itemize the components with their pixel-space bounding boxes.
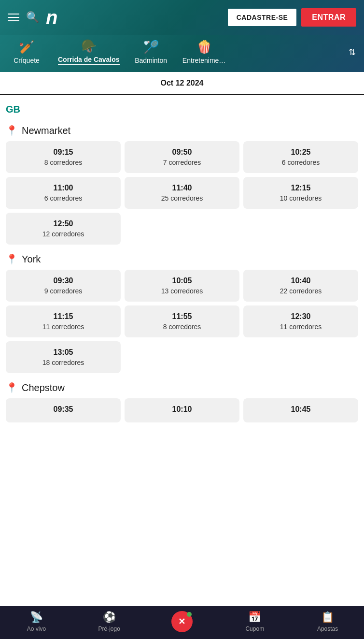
venue-chepstow: 📍 Chepstow [6,376,358,398]
race-card[interactable]: 10:45 [243,398,358,422]
venue-name-newmarket: Newmarket [22,125,70,136]
cricket-label: Críquete [14,57,40,64]
race-time: 11:15 [11,312,116,321]
nav-item-pre-jogo[interactable]: ⚽ Pré-jogo [92,611,126,632]
ao-vivo-icon: 📡 [30,611,43,624]
race-card[interactable]: 12:30 11 corredores [243,305,358,337]
race-card[interactable]: 09:15 8 corredores [6,141,121,173]
race-runners: 10 corredores [248,194,353,202]
logo: n [46,8,57,27]
race-runners: 13 corredores [129,287,235,295]
race-runners: 8 corredores [129,323,235,331]
race-time: 10:05 [129,276,235,285]
horse-racing-label: Corrida de Cavalos [58,56,120,65]
race-runners: 8 corredores [11,159,116,166]
race-card[interactable]: 13:05 18 corredores [6,341,121,373]
chepstow-race-grid: 09:35 10:10 10:45 [6,398,358,422]
race-runners: 11 corredores [11,323,116,331]
sport-item-cricket[interactable]: 🏏 Críquete [0,40,53,64]
region-label: GB [6,95,358,119]
apostas-icon: 📋 [321,611,334,624]
race-runners: 9 corredores [11,287,116,295]
race-time: 10:10 [129,405,235,414]
nav-item-apostas[interactable]: 📋 Apostas [311,611,345,632]
cadastre-button[interactable]: CADASTRE-SE [228,9,297,26]
race-card[interactable]: 10:05 13 corredores [125,270,239,302]
nav-item-ao-vivo[interactable]: 📡 Ao vivo [19,611,53,632]
race-card[interactable]: 11:15 11 corredores [6,305,121,337]
cupom-icon: 📅 [248,611,261,624]
race-runners: 22 corredores [248,287,353,295]
race-card[interactable]: 10:25 6 corredores [243,141,358,173]
race-time: 11:40 [129,184,235,192]
venue-name-chepstow: Chepstow [22,382,65,393]
race-card[interactable]: 11:00 6 corredores [6,177,121,209]
nav-item-special[interactable] [165,611,199,632]
race-time: 13:05 [11,348,116,357]
main-content: GB 📍 Newmarket 09:15 8 corredores 09:50 … [0,95,364,464]
pin-icon-chepstow: 📍 [6,382,18,393]
race-time: 11:00 [11,184,116,192]
race-runners: 12 corredores [11,230,116,238]
search-icon[interactable]: 🔍 [26,11,39,24]
race-runners: 25 corredores [129,194,235,202]
entrar-button[interactable]: ENTRAR [301,8,356,27]
race-time: 12:50 [11,219,116,228]
sort-icon[interactable]: ⇅ [345,47,359,58]
race-time: 09:35 [11,405,116,414]
pre-jogo-label: Pré-jogo [98,625,120,632]
race-time: 12:30 [248,312,353,321]
race-card[interactable]: 11:40 25 corredores [125,177,239,209]
race-runners: 7 corredores [129,159,235,166]
entertainment-label: Entretenime… [182,57,225,64]
date-text: Oct 12 2024 [161,79,204,87]
sport-item-horse-racing[interactable]: 🪖 Corrida de Cavalos [53,39,125,65]
header: 🔍 n CADASTRE-SE ENTRAR [0,0,364,35]
race-time: 10:40 [248,276,353,285]
sport-item-entertainment[interactable]: 🍿 Entretenime… [178,40,231,64]
race-runners: 18 corredores [11,359,116,366]
race-time: 10:45 [248,405,353,414]
race-time: 10:25 [248,148,353,157]
badminton-emoji: 🏸 [143,40,159,55]
horse-racing-emoji: 🪖 [81,39,97,54]
nav-item-cupom[interactable]: 📅 Cupom [238,611,272,632]
header-left: 🔍 n [8,8,57,27]
pin-icon-york: 📍 [6,253,18,265]
race-card[interactable]: 09:30 9 corredores [6,270,121,302]
apostas-label: Apostas [317,625,338,632]
date-bar: Oct 12 2024 [0,72,364,95]
badminton-label: Badminton [135,57,167,64]
race-time: 12:15 [248,184,353,192]
green-dot [187,612,192,617]
menu-button[interactable] [8,14,19,21]
race-card[interactable]: 09:50 7 corredores [125,141,239,173]
pin-icon-newmarket: 📍 [6,125,18,136]
race-time: 09:15 [11,148,116,157]
venue-name-york: York [22,254,41,265]
special-icon [171,611,193,632]
race-runners: 6 corredores [248,159,353,166]
race-card[interactable]: 10:10 [125,398,239,422]
race-card[interactable]: 12:15 10 corredores [243,177,358,209]
newmarket-race-grid: 09:15 8 corredores 09:50 7 corredores 10… [6,141,358,245]
race-card[interactable]: 12:50 12 corredores [6,213,121,245]
header-right: CADASTRE-SE ENTRAR [228,8,356,27]
race-time: 09:50 [129,148,235,157]
york-race-grid: 09:30 9 corredores 10:05 13 corredores 1… [6,270,358,373]
sport-item-badminton[interactable]: 🏸 Badminton [125,40,178,64]
race-time: 11:55 [129,312,235,321]
race-card[interactable]: 10:40 22 corredores [243,270,358,302]
race-card[interactable]: 11:55 8 corredores [125,305,239,337]
venue-newmarket: 📍 Newmarket [6,119,358,141]
entertainment-emoji: 🍿 [196,40,212,55]
race-card[interactable]: 09:35 [6,398,121,422]
bottom-nav: 📡 Ao vivo ⚽ Pré-jogo 📅 Cupom 📋 Apostas [0,606,364,639]
race-runners: 6 corredores [11,194,116,202]
cupom-label: Cupom [245,625,264,632]
race-time: 09:30 [11,276,116,285]
race-runners: 11 corredores [248,323,353,331]
cricket-emoji: 🏏 [19,40,34,55]
ao-vivo-label: Ao vivo [27,625,46,632]
venue-york: 📍 York [6,247,358,270]
